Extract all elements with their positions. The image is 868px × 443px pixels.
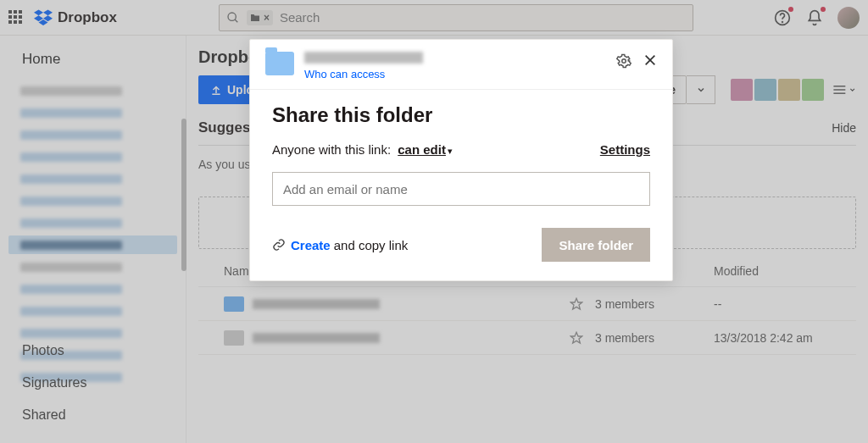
chevron-down-icon bbox=[849, 86, 856, 94]
table-row[interactable]: 3 members 13/3/2018 2:42 am bbox=[198, 321, 856, 355]
sidebar-item[interactable] bbox=[8, 191, 177, 210]
svg-point-3 bbox=[782, 21, 783, 22]
sidebar-item[interactable] bbox=[8, 257, 177, 276]
upload-icon bbox=[210, 84, 222, 96]
search-icon bbox=[226, 11, 240, 25]
chevron-down-icon: ▾ bbox=[448, 146, 453, 156]
folder-icon bbox=[250, 14, 260, 22]
member-avatars[interactable] bbox=[731, 79, 824, 101]
permission-dropdown[interactable]: can edit bbox=[398, 142, 446, 157]
account-avatar[interactable] bbox=[837, 7, 860, 29]
sidebar-photos[interactable]: Photos bbox=[22, 335, 164, 367]
shared-folder-icon bbox=[265, 52, 294, 75]
sidebar-item-selected[interactable] bbox=[8, 235, 177, 254]
svg-line-1 bbox=[235, 19, 237, 22]
sidebar-signatures[interactable]: Signatures bbox=[22, 367, 164, 399]
sidebar-item[interactable] bbox=[8, 103, 177, 122]
dropbox-icon bbox=[34, 9, 53, 26]
members-cell: 3 members bbox=[595, 331, 714, 345]
notifications-icon[interactable] bbox=[805, 8, 824, 27]
sidebar-shared[interactable]: Shared bbox=[22, 399, 164, 431]
chip-close-icon[interactable]: × bbox=[264, 12, 270, 24]
search-box[interactable]: × bbox=[219, 4, 693, 31]
folder-icon bbox=[224, 330, 244, 346]
share-dropdown[interactable] bbox=[687, 75, 715, 104]
svg-point-0 bbox=[228, 13, 236, 20]
search-filter-chip[interactable]: × bbox=[247, 10, 273, 25]
list-icon bbox=[832, 84, 847, 96]
create-link[interactable]: Create and copy link bbox=[272, 238, 408, 252]
star-icon[interactable] bbox=[570, 297, 595, 311]
sidebar-item[interactable] bbox=[8, 302, 177, 320]
view-options-button[interactable] bbox=[832, 78, 856, 102]
star-icon[interactable] bbox=[570, 331, 595, 345]
sidebar-item[interactable] bbox=[8, 213, 177, 232]
table-row[interactable]: 3 members -- bbox=[198, 287, 856, 321]
hide-button[interactable]: Hide bbox=[832, 121, 856, 135]
copy-link-text: and copy link bbox=[334, 238, 409, 252]
chevron-down-icon bbox=[696, 85, 706, 95]
link-scope-text: Anyone with this link: can edit▾ bbox=[272, 142, 453, 157]
create-word: Create bbox=[291, 238, 331, 252]
sidebar-item[interactable] bbox=[8, 125, 177, 144]
share-modal: Who can access Share this folder Anyone … bbox=[249, 39, 673, 281]
close-icon[interactable] bbox=[643, 53, 657, 67]
search-input[interactable] bbox=[278, 9, 686, 25]
svg-point-7 bbox=[622, 59, 626, 64]
file-name bbox=[253, 333, 570, 343]
email-input[interactable] bbox=[272, 172, 650, 206]
sidebar-item[interactable] bbox=[8, 81, 177, 100]
sidebar: Home Photos Signatures bbox=[0, 36, 186, 443]
modified-cell: -- bbox=[714, 297, 849, 311]
link-icon bbox=[272, 238, 286, 252]
members-cell: 3 members bbox=[595, 297, 714, 311]
gear-icon[interactable] bbox=[616, 53, 632, 69]
sidebar-item[interactable] bbox=[8, 169, 177, 188]
modified-cell: 13/3/2018 2:42 am bbox=[714, 331, 849, 345]
link-settings[interactable]: Settings bbox=[600, 142, 650, 157]
modal-folder-name bbox=[304, 52, 423, 64]
sidebar-item[interactable] bbox=[8, 280, 177, 298]
folder-icon bbox=[224, 296, 244, 312]
modal-title: Share this folder bbox=[272, 103, 650, 127]
col-modified[interactable]: Modified bbox=[714, 264, 849, 278]
who-can-access-link[interactable]: Who can access bbox=[304, 68, 385, 80]
brand-name: Dropbox bbox=[58, 9, 117, 26]
apps-grid-icon[interactable] bbox=[8, 10, 24, 25]
share-folder-button[interactable]: Share folder bbox=[542, 228, 650, 262]
file-name bbox=[253, 299, 570, 309]
help-icon[interactable] bbox=[773, 8, 792, 27]
sidebar-home[interactable]: Home bbox=[0, 51, 186, 78]
brand-logo[interactable]: Dropbox bbox=[34, 9, 117, 26]
sidebar-item[interactable] bbox=[8, 147, 177, 166]
